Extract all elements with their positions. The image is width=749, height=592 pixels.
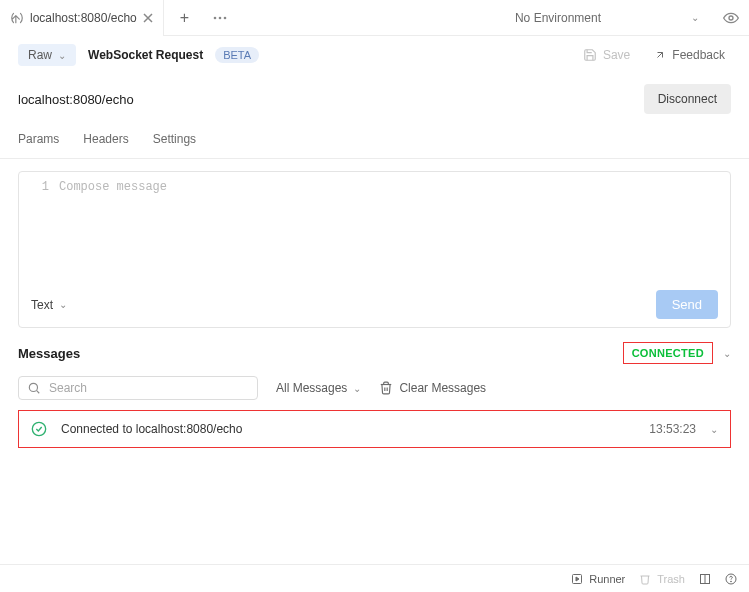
message-filter[interactable]: All Messages ⌄ [276,381,361,395]
trash-label: Trash [657,573,685,585]
svg-point-2 [224,16,227,19]
layout-icon[interactable] [699,573,711,585]
tab-settings[interactable]: Settings [153,130,196,148]
tab-title: localhost:8080/echo [30,11,137,25]
environment-selector[interactable]: No Environment ⌄ [501,11,713,25]
feedback-label: Feedback [672,48,725,62]
close-icon[interactable] [143,13,153,23]
svg-point-3 [729,16,733,20]
message-editor[interactable]: 1 Compose message [19,172,730,282]
messages-title: Messages [18,346,80,361]
chevron-down-icon: ⌄ [691,12,699,23]
message-type-selector[interactable]: Raw ⌄ [18,44,76,66]
send-button[interactable]: Send [656,290,718,319]
filter-label: All Messages [276,381,347,395]
save-button: Save [577,44,636,66]
runner-icon [571,573,583,585]
feedback-icon [654,49,666,61]
svg-point-5 [29,383,37,391]
trash-button: Trash [639,573,685,585]
message-format-selector[interactable]: Text ⌄ [31,298,67,312]
message-text: Connected to localhost:8080/echo [61,422,635,436]
trash-icon [639,573,651,585]
svg-point-13 [731,581,732,582]
feedback-button[interactable]: Feedback [648,44,731,66]
chevron-down-icon[interactable]: ⌄ [723,348,731,359]
tab-headers[interactable]: Headers [83,130,128,148]
raw-label: Raw [28,48,52,62]
svg-marker-9 [576,577,579,581]
tab-params[interactable]: Params [18,130,59,148]
beta-badge: BETA [215,47,259,63]
request-title: WebSocket Request [88,48,203,62]
save-icon [583,48,597,62]
message-search[interactable] [18,376,258,400]
trash-icon [379,381,393,395]
svg-point-1 [219,16,222,19]
clear-messages-button[interactable]: Clear Messages [379,381,486,395]
chevron-down-icon[interactable]: ⌄ [710,424,718,435]
message-composer: 1 Compose message Text ⌄ Send [18,171,731,328]
chevron-down-icon: ⌄ [58,50,66,61]
format-label: Text [31,298,53,312]
message-time: 13:53:23 [649,422,696,436]
request-tab[interactable]: localhost:8080/echo [0,0,164,36]
help-icon[interactable] [725,573,737,585]
runner-button[interactable]: Runner [571,573,625,585]
svg-point-0 [214,16,217,19]
chevron-down-icon: ⌄ [353,383,361,394]
svg-line-6 [37,391,40,394]
success-icon [31,421,47,437]
tab-overflow-icon[interactable] [205,16,235,20]
chevron-down-icon: ⌄ [59,299,67,310]
request-url[interactable]: localhost:8080/echo [18,92,644,107]
search-input[interactable] [49,381,249,395]
runner-label: Runner [589,573,625,585]
svg-line-4 [658,53,663,58]
connection-status-badge: CONNECTED [623,342,713,364]
websocket-icon [10,11,24,25]
environment-quicklook-icon[interactable] [713,10,749,26]
clear-label: Clear Messages [399,381,486,395]
environment-label: No Environment [515,11,601,25]
message-row[interactable]: Connected to localhost:8080/echo 13:53:2… [19,411,730,447]
new-tab-button[interactable]: + [164,9,205,27]
search-icon [27,381,41,395]
save-label: Save [603,48,630,62]
svg-point-7 [32,422,45,435]
editor-placeholder: Compose message [59,180,167,274]
disconnect-button[interactable]: Disconnect [644,84,731,114]
line-number: 1 [29,180,59,274]
